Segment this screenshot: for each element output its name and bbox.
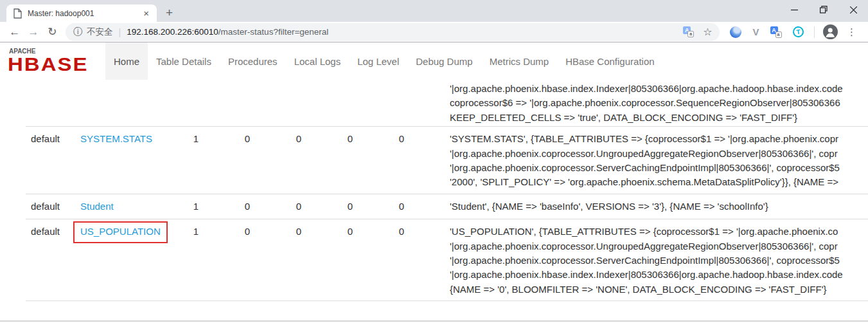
nav-item-procedures[interactable]: Procedures <box>220 42 286 80</box>
cell-count: 0 <box>324 194 376 219</box>
table-row: default US_POPULATION 1 0 0 0 0 'US_POPU… <box>26 219 868 301</box>
page-favicon-icon <box>13 8 22 19</box>
tab-title: Master: hadoop001 <box>28 9 142 18</box>
table-link-us-population[interactable]: US_POPULATION <box>80 226 161 237</box>
cell-table-name <box>75 80 170 126</box>
cell-count: 0 <box>376 194 427 219</box>
back-button[interactable]: ← <box>5 26 24 37</box>
description-line: '|org.apache.phoenix.hbase.index.Indexer… <box>450 268 868 282</box>
cell-count <box>273 80 324 126</box>
description-line: '|org.apache.phoenix.coprocessor.ServerC… <box>450 161 868 175</box>
nav-item-metrics-dump[interactable]: Metrics Dump <box>481 42 558 80</box>
hbase-logo[interactable]: APACHE HBASE <box>8 42 105 80</box>
hbase-logo-hbase: HBASE <box>8 54 105 73</box>
cell-description: '|org.apache.phoenix.hbase.index.Indexer… <box>427 80 868 126</box>
table-row: '|org.apache.phoenix.hbase.index.Indexer… <box>26 80 868 126</box>
cell-description: 'US_POPULATION', {TABLE_ATTRIBUTES => {c… <box>427 219 868 300</box>
browser-toolbar: ← → ↻ ⓘ 不安全 | 192.168.200.226:60010 /mas… <box>0 22 868 42</box>
cell-count: 1 <box>170 194 222 219</box>
profile-avatar[interactable] <box>823 24 838 39</box>
tab-close-icon[interactable]: × <box>142 8 150 18</box>
new-tab-button[interactable]: + <box>166 6 173 19</box>
nav-item-home[interactable]: Home <box>105 42 148 80</box>
nav-item-log-level[interactable]: Log Level <box>349 42 407 80</box>
hbase-navbar: APACHE HBASE Home Table Details Procedur… <box>0 42 868 80</box>
cell-count <box>170 80 222 126</box>
nav-item-table-details[interactable]: Table Details <box>148 42 220 80</box>
nav-item-hbase-configuration[interactable]: HBase Configuration <box>557 42 662 80</box>
cell-table-name: SYSTEM.STATS <box>75 127 170 194</box>
section-divider <box>0 320 868 322</box>
cell-count <box>376 80 427 126</box>
cell-count: 0 <box>273 219 324 300</box>
cell-count: 0 <box>376 219 427 300</box>
cell-count: 0 <box>273 194 324 219</box>
description-line: 'SYSTEM.STATS', {TABLE_ATTRIBUTES => {co… <box>450 132 868 146</box>
description-line: KEEP_DELETED_CELLS => 'true', DATA_BLOCK… <box>450 111 868 125</box>
close-window-button[interactable] <box>838 0 868 19</box>
hbase-nav-items: Home Table Details Procedures Local Logs… <box>105 42 663 80</box>
table-row: default SYSTEM.STATS 1 0 0 0 0 'SYSTEM.S… <box>26 126 868 194</box>
browser-titlebar: Master: hadoop001 × + <box>0 0 868 22</box>
site-info-icon[interactable]: ⓘ <box>73 26 82 38</box>
reload-button[interactable]: ↻ <box>43 26 62 37</box>
cell-count <box>222 80 273 126</box>
nav-item-debug-dump[interactable]: Debug Dump <box>407 42 481 80</box>
omnibox-separator: | <box>119 27 121 37</box>
cell-namespace: default <box>26 127 75 194</box>
cell-table-name: US_POPULATION <box>75 219 170 300</box>
browser-tab[interactable]: Master: hadoop001 × <box>6 5 157 22</box>
description-line: '|org.apache.phoenix.coprocessor.Ungroup… <box>450 147 868 161</box>
cell-count: 0 <box>222 194 273 219</box>
extension-blue-circle-icon[interactable] <box>730 26 741 38</box>
cell-count: 0 <box>273 127 324 194</box>
highlight-red-box: US_POPULATION <box>73 221 168 243</box>
cell-namespace: default <box>26 219 75 300</box>
table-link-system-stats[interactable]: SYSTEM.STATS <box>80 133 152 144</box>
cell-count: 0 <box>222 219 273 300</box>
extension-t-icon[interactable]: T <box>792 26 804 38</box>
address-bar[interactable]: ⓘ 不安全 | 192.168.200.226:60010 /master-st… <box>66 23 720 41</box>
user-tables-table: '|org.apache.phoenix.hbase.index.Indexer… <box>26 80 868 301</box>
cell-description: 'SYSTEM.STATS', {TABLE_ATTRIBUTES => {co… <box>427 127 868 194</box>
extension-v-icon[interactable]: V <box>752 26 759 37</box>
cell-count: 0 <box>222 127 273 194</box>
description-line: coprocessor$6 => '|org.apache.phoenix.co… <box>450 96 868 110</box>
description-line: 'Student', {NAME => 'baseInfo', VERSIONS… <box>450 199 868 214</box>
toolbar-separator <box>814 26 815 38</box>
extensions-area: V A a T <box>730 26 803 38</box>
translate-page-icon[interactable]: A a <box>683 26 694 37</box>
description-line: {NAME => '0', BLOOMFILTER => 'NONE', DAT… <box>450 282 868 297</box>
window-controls <box>779 0 868 19</box>
description-line: 'US_POPULATION', {TABLE_ATTRIBUTES => {c… <box>450 225 868 239</box>
cell-count: 0 <box>324 127 376 194</box>
cell-table-name: Student <box>75 194 170 219</box>
security-label: 不安全 <box>87 26 113 38</box>
restore-button[interactable] <box>809 0 838 19</box>
description-line: '|org.apache.phoenix.hbase.index.Indexer… <box>450 82 868 96</box>
table-row: default Student 1 0 0 0 0 'Student', {NA… <box>26 194 868 219</box>
browser-menu-icon[interactable]: ⋮ <box>847 26 856 38</box>
table-link-student[interactable]: Student <box>80 201 114 212</box>
forward-button[interactable]: → <box>24 26 42 37</box>
url-path: /master-status?filter=general <box>218 27 328 37</box>
description-line: '2000', 'SPLIT_POLICY' => 'org.apache.ph… <box>450 175 868 189</box>
cell-count <box>324 80 376 126</box>
cell-namespace: default <box>26 194 75 219</box>
extension-translate-icon[interactable]: A a <box>770 26 782 38</box>
cell-count: 1 <box>170 219 222 300</box>
minimize-button[interactable] <box>779 0 809 19</box>
cell-count: 1 <box>170 127 222 194</box>
description-line: '|org.apache.phoenix.coprocessor.Ungroup… <box>450 239 868 254</box>
cell-namespace <box>26 80 75 126</box>
bookmark-star-icon[interactable]: ☆ <box>703 26 712 38</box>
cell-count: 0 <box>324 219 376 300</box>
cell-description: 'Student', {NAME => 'baseInfo', VERSIONS… <box>427 194 868 219</box>
description-line: '|org.apache.phoenix.coprocessor.ServerC… <box>450 254 868 268</box>
nav-item-local-logs[interactable]: Local Logs <box>286 42 350 80</box>
url-host: 192.168.200.226:60010 <box>127 27 218 37</box>
cell-count: 0 <box>376 127 427 194</box>
